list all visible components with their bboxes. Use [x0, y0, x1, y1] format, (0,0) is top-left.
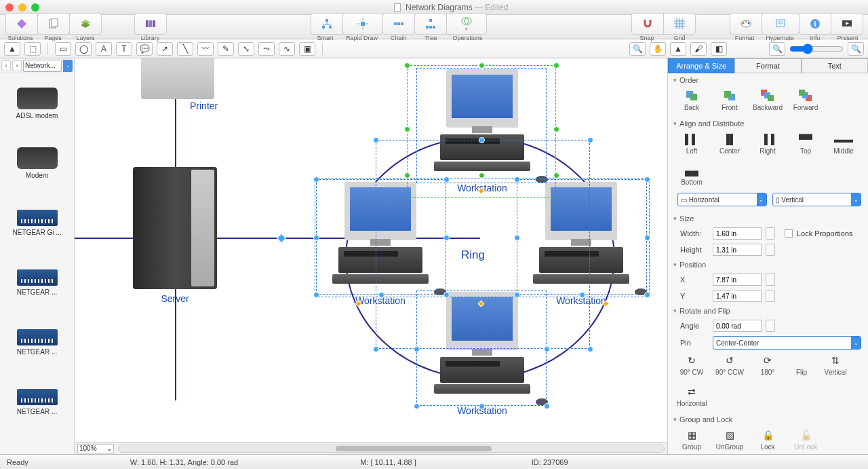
rapid-draw-button[interactable] — [342, 13, 383, 35]
text-tool[interactable]: A — [96, 42, 112, 56]
printer-shape[interactable] — [141, 58, 214, 99]
height-input[interactable] — [713, 244, 762, 256]
align-center-button[interactable]: ▐▌Center — [715, 133, 744, 155]
workstation-bottom[interactable]: Workstation — [431, 292, 533, 416]
section-size[interactable]: Size — [668, 212, 868, 225]
rotate-ccw-button[interactable]: ↺90° CCW — [715, 354, 744, 376]
align-left-button[interactable]: ▌▌Left — [677, 133, 706, 155]
distribute-vertical-select[interactable]: ▯ Vertical⌄ — [772, 193, 862, 206]
tab-format[interactable]: Format — [734, 58, 801, 73]
selection-handle[interactable] — [313, 176, 319, 183]
info-button[interactable]: i — [799, 13, 831, 35]
section-order[interactable]: Order — [668, 73, 868, 87]
height-stepper[interactable] — [766, 244, 775, 256]
library-dropdown-icon[interactable]: ⌄ — [63, 60, 73, 72]
selection-handle[interactable] — [479, 172, 485, 179]
align-bottom-button[interactable]: ▄▄Bottom — [677, 164, 706, 186]
connector-handle[interactable] — [277, 233, 286, 243]
textbox-tool[interactable]: T — [116, 42, 132, 56]
order-back-button[interactable]: Back — [677, 90, 706, 111]
format-button[interactable] — [730, 13, 762, 35]
callout-tool[interactable]: 💬 — [136, 42, 153, 56]
flip-vertical-button[interactable]: ⇅Vertical — [821, 354, 850, 376]
align-middle-button[interactable]: ▬▬Middle — [829, 133, 858, 155]
tab-text[interactable]: Text — [802, 58, 868, 73]
width-input[interactable] — [713, 227, 762, 240]
arrow-tool[interactable]: ↗ — [157, 42, 173, 56]
order-forward-button[interactable]: Forward — [791, 90, 820, 111]
library-item[interactable]: NETGEAR Gi ... — [0, 193, 74, 252]
hand-tool[interactable]: ✋ — [650, 42, 666, 56]
x-stepper[interactable] — [766, 274, 775, 286]
operations-button[interactable]: ▾ — [446, 13, 487, 35]
angle-stepper[interactable] — [766, 320, 775, 332]
zoom-in-button[interactable]: 🔍 — [848, 42, 864, 56]
close-window-button[interactable] — [5, 3, 14, 12]
bezier-tool[interactable]: ⤳ — [258, 42, 275, 56]
selection-handle[interactable] — [587, 137, 593, 143]
selection-handle[interactable] — [404, 172, 410, 179]
distribute-horizontal-select[interactable]: ▭ Horizontal⌄ — [677, 193, 767, 206]
selection-handle[interactable] — [553, 126, 559, 132]
smart-button[interactable] — [311, 13, 343, 35]
zoom-combo[interactable]: 100%⌄ — [77, 444, 114, 453]
align-top-button[interactable]: ▀▀Top — [791, 133, 820, 155]
chain-button[interactable] — [382, 13, 415, 35]
y-input[interactable] — [713, 290, 762, 302]
library-item[interactable]: Modem — [0, 133, 74, 193]
rotate-180-button[interactable]: ⟳180° — [753, 354, 782, 376]
tree-button[interactable] — [414, 13, 447, 35]
hypernote-button[interactable] — [762, 13, 800, 35]
library-selector[interactable]: Network... — [23, 60, 62, 72]
pin-select[interactable]: Center-Center⌄ — [713, 336, 861, 350]
rectangle-tool[interactable]: ▭ — [55, 42, 71, 56]
library-forward-button[interactable]: › — [12, 60, 22, 71]
zoom-out-button[interactable]: 🔍 — [769, 42, 785, 56]
selection-handle[interactable] — [479, 403, 485, 409]
grid-button[interactable] — [663, 13, 696, 35]
library-back-button[interactable]: ‹ — [1, 60, 11, 71]
selection-handle[interactable] — [479, 137, 485, 143]
lock-button[interactable]: 🔒Lock — [753, 429, 782, 451]
tab-arrange[interactable]: Arrange & Size — [668, 58, 734, 73]
selection-handle[interactable] — [378, 292, 384, 298]
selection-handle[interactable] — [644, 292, 650, 298]
selection-handle[interactable] — [443, 176, 450, 183]
present-button[interactable] — [831, 13, 863, 35]
selection-handle[interactable] — [414, 346, 420, 352]
selection-handle[interactable] — [553, 172, 559, 179]
workstation-left[interactable]: Workstation — [330, 182, 431, 306]
spline-tool[interactable]: ∿ — [279, 42, 295, 56]
angle-input[interactable] — [713, 320, 762, 332]
selection-handle[interactable] — [404, 126, 410, 132]
order-backward-button[interactable]: Backward — [753, 90, 782, 111]
section-rotate[interactable]: Rotate and Flip — [668, 304, 868, 318]
selection-handle[interactable] — [644, 235, 650, 241]
selection-handle[interactable] — [587, 346, 593, 352]
ungroup-button[interactable]: ▨UnGroup — [715, 429, 744, 451]
eraser-tool[interactable]: ◧ — [711, 42, 727, 56]
crop-tool[interactable]: ▣ — [299, 42, 315, 56]
connector-tool[interactable]: ⤡ — [238, 42, 254, 56]
selection-handle[interactable] — [544, 346, 550, 352]
selection-handle[interactable] — [404, 62, 410, 69]
unlock-button[interactable]: 🔓UnLock — [791, 429, 820, 451]
canvas-area[interactable]: Printer Server Ring Workstation Workstat… — [75, 58, 667, 454]
marquee-tool[interactable]: ⬚ — [24, 42, 41, 56]
width-stepper[interactable] — [766, 227, 775, 240]
library-item[interactable]: ADSL modem — [0, 73, 74, 133]
selection-handle[interactable] — [579, 292, 585, 298]
selection-handle[interactable] — [373, 346, 379, 352]
x-input[interactable] — [713, 274, 762, 286]
align-right-button[interactable]: ▐▐Right — [753, 133, 782, 155]
selection-handle[interactable] — [553, 62, 559, 69]
library-item[interactable]: NETGEAR ... — [0, 372, 74, 432]
pen-tool[interactable]: ✎ — [218, 42, 234, 56]
library-button[interactable] — [134, 13, 167, 35]
section-position[interactable]: Position — [668, 258, 868, 271]
group-button[interactable]: ▦Group — [677, 429, 706, 451]
selection-handle[interactable] — [514, 292, 520, 298]
rotate-cw-button[interactable]: ↻90° CW — [677, 354, 706, 376]
ellipse-tool[interactable]: ◯ — [75, 42, 92, 56]
selection-handle[interactable] — [443, 235, 450, 241]
